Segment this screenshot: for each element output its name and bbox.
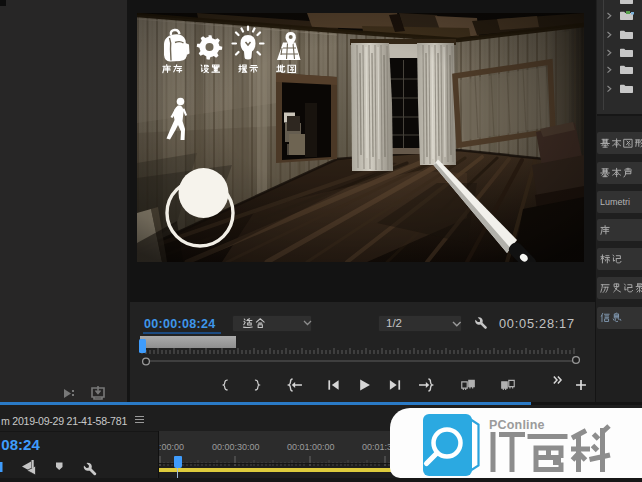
svg-text:Lumetri: Lumetri (600, 197, 630, 207)
svg-text:PConline: PConline (489, 418, 545, 432)
